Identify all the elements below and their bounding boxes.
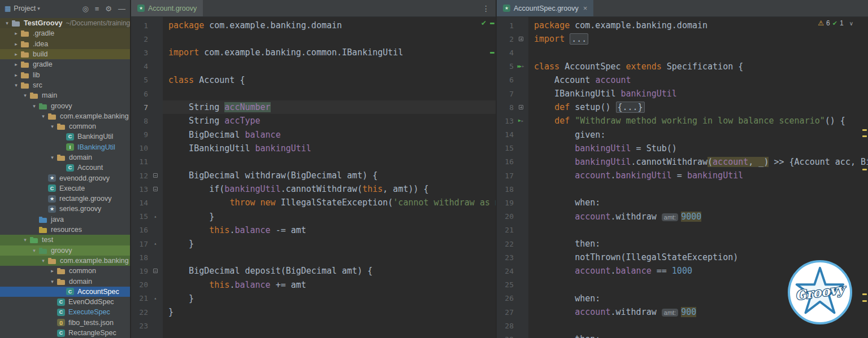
code-text[interactable]: BigDecimal balance: [163, 128, 496, 142]
more-options-icon[interactable]: ⋮: [476, 4, 496, 13]
tree-item[interactable]: ▾common: [0, 121, 130, 131]
stripe-mark-warning[interactable]: [862, 300, 867, 302]
code-text[interactable]: class Account {: [163, 73, 496, 87]
chevron-right-icon[interactable]: ▸: [12, 51, 20, 57]
tree-item[interactable]: ★rectangle.groovy: [0, 194, 130, 204]
tree-item[interactable]: ▸gradle: [0, 59, 130, 69]
code-text[interactable]: [163, 87, 496, 100]
chevron-right-icon[interactable]: ▸: [12, 41, 20, 47]
project-pane-title[interactable]: Project: [14, 5, 36, 12]
line-number[interactable]: 8: [497, 103, 514, 112]
chevron-right-icon[interactable]: ▸: [12, 62, 20, 67]
line-number[interactable]: 15: [131, 212, 148, 221]
fold-end-icon[interactable]: ▴: [154, 214, 157, 219]
code-text[interactable]: bankingUtil = Stub(): [528, 142, 868, 155]
code-text[interactable]: }: [163, 210, 496, 223]
tree-item[interactable]: ▾domain: [0, 276, 130, 286]
code-text[interactable]: this.balance += amt: [163, 278, 496, 292]
code-text[interactable]: account.bankingUtil = bankingUtil: [528, 169, 868, 182]
code-text[interactable]: }: [163, 292, 496, 305]
line-number[interactable]: 19: [131, 267, 148, 275]
chevron-right-icon[interactable]: ▸: [49, 268, 56, 274]
stripe-mark-green[interactable]: [490, 52, 494, 54]
chevron-down-icon[interactable]: ▾: [31, 248, 38, 253]
line-number[interactable]: 25: [497, 280, 514, 289]
line-number[interactable]: 17: [131, 240, 148, 248]
line-number[interactable]: 28: [497, 322, 514, 330]
line-number[interactable]: 6: [131, 90, 148, 98]
line-number[interactable]: 4: [131, 62, 148, 71]
tab-account-groovy[interactable]: ★ Account.groovy: [131, 0, 203, 16]
project-tree[interactable]: ▾TestGroovy~/Documents/training/gl▸.grad…: [0, 17, 130, 338]
tree-item[interactable]: ▾test: [0, 235, 130, 245]
close-tab-icon[interactable]: ×: [583, 4, 588, 12]
error-stripe-right[interactable]: [861, 17, 868, 338]
code-text[interactable]: bankingUtil.cannotWithdraw(account, _) >…: [528, 155, 868, 169]
code-text[interactable]: import com.example.banking.common.IBanki…: [163, 46, 496, 59]
code-text[interactable]: BigDecimal withdraw(BigDecimal amt) {: [163, 169, 496, 182]
line-number[interactable]: 22: [497, 240, 514, 248]
line-number[interactable]: 8: [131, 117, 148, 125]
code-editor-account[interactable]: 1package com.example.banking.domain23imp…: [131, 17, 496, 338]
code-text[interactable]: then:: [528, 237, 868, 251]
code-text[interactable]: }: [163, 237, 496, 251]
line-number[interactable]: 26: [497, 294, 514, 302]
line-number[interactable]: 2: [497, 35, 514, 43]
line-number[interactable]: 20: [131, 280, 148, 289]
code-text[interactable]: [163, 155, 496, 169]
code-text[interactable]: given:: [528, 128, 868, 142]
code-text[interactable]: BigDecimal deposit(BigDecimal amt) {: [163, 264, 496, 278]
line-number[interactable]: 18: [131, 253, 148, 262]
code-text[interactable]: if(bankingUtil.cannotWithdraw(this, amt)…: [163, 182, 496, 196]
chevron-down-icon[interactable]: ▾: [12, 82, 20, 88]
fold-region-icon[interactable]: [153, 269, 158, 273]
code-text[interactable]: account.withdraw amt:9000: [528, 210, 868, 223]
line-number[interactable]: 7: [131, 103, 148, 112]
line-number[interactable]: 23: [131, 322, 148, 330]
tab-accountspec-groovy[interactable]: ★ AccountSpec.groovy ×: [497, 0, 593, 16]
tree-item[interactable]: CExecute: [0, 183, 130, 194]
chevron-right-icon[interactable]: ▸: [12, 30, 20, 36]
chevron-down-icon[interactable]: ▾: [40, 113, 47, 119]
settings-gear-icon[interactable]: ⚙: [105, 5, 112, 13]
fold-region-icon[interactable]: [153, 187, 158, 191]
code-text[interactable]: class AccountSpec extends Specification …: [528, 60, 868, 73]
code-text[interactable]: package com.example.banking.domain: [163, 19, 496, 32]
line-number[interactable]: 21: [131, 294, 148, 302]
code-text[interactable]: throw new IllegalStateException('cannot …: [163, 196, 496, 209]
code-text[interactable]: this.balance -= amt: [163, 223, 496, 237]
line-number[interactable]: 9: [131, 130, 148, 139]
inspections-widget[interactable]: ⚠ 6 ✔ 1 ∨: [818, 19, 853, 27]
chevron-down-icon[interactable]: ▾: [21, 93, 29, 98]
tree-item[interactable]: ▾com.example.banking: [0, 111, 130, 121]
line-number[interactable]: 1: [497, 21, 514, 30]
code-text[interactable]: }: [163, 305, 496, 319]
tree-item[interactable]: CEvenOddSpec: [0, 297, 130, 307]
tree-item[interactable]: IIBankingUtil: [0, 142, 130, 152]
chevron-down-icon[interactable]: ▾: [31, 103, 38, 109]
run-test-icon[interactable]: ▶: [518, 118, 520, 123]
code-text[interactable]: [163, 251, 496, 264]
folded-region-icon[interactable]: [519, 37, 523, 41]
tree-item[interactable]: ▾groovy: [0, 100, 130, 111]
line-number[interactable]: 16: [497, 157, 514, 166]
run-class-icon[interactable]: ▶▶: [517, 64, 520, 69]
chevron-down-icon[interactable]: ▾: [49, 279, 56, 284]
tree-item[interactable]: ▸build: [0, 49, 130, 59]
chevron-down-icon[interactable]: ▾: [49, 124, 56, 129]
fold-end-icon[interactable]: ▴: [154, 242, 157, 246]
stripe-mark-warning[interactable]: [862, 129, 867, 131]
chevron-down-icon[interactable]: ∨: [849, 20, 853, 27]
line-number[interactable]: 14: [131, 199, 148, 207]
tree-item[interactable]: ▸.idea: [0, 39, 130, 49]
locate-file-icon[interactable]: ◎: [82, 5, 88, 13]
stripe-mark-warning[interactable]: [862, 135, 867, 137]
inspections-ok-icon[interactable]: ✔: [481, 19, 487, 27]
code-text[interactable]: def setup() {...}: [528, 100, 868, 114]
line-number[interactable]: 13: [497, 117, 514, 125]
code-text[interactable]: package com.example.banking.domain: [528, 19, 868, 32]
line-number[interactable]: 23: [497, 253, 514, 262]
line-number[interactable]: 7: [497, 90, 514, 98]
line-number[interactable]: 27: [497, 308, 514, 317]
chevron-down-icon[interactable]: ▾: [49, 155, 56, 160]
